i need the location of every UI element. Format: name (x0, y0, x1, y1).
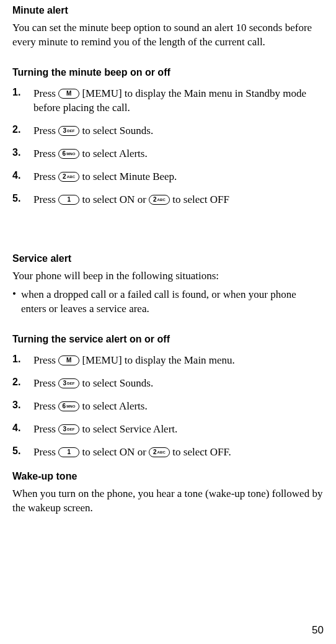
step-text: to select Alerts. (82, 148, 147, 159)
step-item: 4. Press 3DEF to select Service Alert. (12, 423, 324, 437)
key-2-icon: 2ABC (149, 195, 170, 205)
bullet-item: • when a dropped call or a failed call i… (12, 288, 324, 316)
key-main: 2 (153, 197, 157, 203)
step-body: Press 6MNO to select Alerts. (33, 400, 324, 414)
step-text: Press (33, 354, 58, 366)
heading-wake-up-tone: Wake-up tone (12, 471, 324, 482)
bullet-dot-icon: • (12, 288, 21, 316)
key-3-icon: 3DEF (58, 424, 79, 434)
key-main: 6 (63, 151, 66, 157)
key-main: M (66, 357, 71, 364)
step-text: Press (33, 87, 58, 99)
step-text: Press (33, 446, 58, 458)
page: Minute alert You can set the minute beep… (0, 0, 336, 644)
key-3-icon: 3DEF (58, 126, 79, 136)
step-text: Press (33, 125, 58, 136)
step-body: Press 1 to select ON or 2ABC to select O… (33, 193, 324, 207)
step-item: 5. Press 1 to select ON or 2ABC to selec… (12, 445, 324, 460)
key-sub: ABC (157, 450, 166, 454)
heading-minute-beep-toggle: Turning the minute beep on or off (12, 67, 324, 78)
minute-alert-steps: 1. Press M [MEMU] to display the Main me… (12, 87, 324, 207)
key-sub: ABC (67, 175, 76, 179)
step-item: 2. Press 3DEF to select Sounds. (12, 377, 324, 391)
key-1-icon: 1 (58, 447, 79, 457)
step-number: 4. (12, 170, 33, 181)
step-text: Press (33, 194, 58, 205)
step-text: Press (33, 148, 58, 159)
step-number: 3. (12, 400, 33, 411)
step-text: to select Minute Beep. (82, 171, 177, 182)
key-main: 1 (67, 197, 71, 203)
step-body: Press 3DEF to select Sounds. (33, 377, 324, 391)
service-alert-description: Your phone will beep in the following si… (12, 269, 324, 284)
key-sub: MNO (66, 152, 76, 156)
step-text: to select ON or (82, 194, 149, 205)
spacer (12, 216, 324, 253)
minute-alert-description: You can set the minute beep option to so… (12, 21, 324, 50)
step-text: Press (33, 400, 58, 412)
service-alert-steps: 1. Press M [MEMU] to display the Main me… (12, 354, 324, 460)
step-text: to select Sounds. (82, 377, 153, 389)
heading-service-alert-toggle: Turning the service alert on or off (12, 334, 324, 345)
step-text: to select OFF. (172, 446, 231, 458)
step-item: 2. Press 3DEF to select Sounds. (12, 124, 324, 138)
step-item: 3. Press 6MNO to select Alerts. (12, 400, 324, 414)
key-6-icon: 6MNO (58, 401, 79, 411)
step-body: Press M [MEMU] to display the Main menu. (33, 354, 324, 368)
key-main: 6 (63, 403, 66, 409)
key-main: 2 (63, 174, 66, 180)
step-text: to select Service Alert. (82, 423, 177, 435)
key-2-icon: 2ABC (58, 172, 79, 182)
step-text: to select Sounds. (82, 125, 153, 136)
key-6-icon: 6MNO (58, 149, 79, 159)
key-main: 1 (67, 449, 71, 455)
step-text: to select OFF (172, 194, 229, 205)
step-body: Press 1 to select ON or 2ABC to select O… (33, 445, 324, 460)
page-number: 50 (312, 624, 324, 637)
key-main: 2 (153, 449, 157, 455)
step-text: to select ON or (82, 446, 149, 458)
step-number: 1. (12, 354, 33, 365)
step-number: 2. (12, 377, 33, 388)
step-text: to select Alerts. (82, 400, 147, 412)
key-sub: MNO (66, 405, 76, 408)
step-item: 1. Press M [MEMU] to display the Main me… (12, 354, 324, 368)
key-main: 3 (63, 380, 67, 387)
key-main: 3 (63, 128, 67, 134)
wake-up-description: When you turn on the phone, you hear a t… (12, 487, 324, 516)
step-body: Press 2ABC to select Minute Beep. (33, 170, 324, 184)
key-main: 3 (63, 426, 67, 432)
step-text: Press (33, 423, 58, 435)
step-number: 3. (12, 147, 33, 158)
step-item: 1. Press M [MEMU] to display the Main me… (12, 87, 324, 115)
heading-service-alert: Service alert (12, 253, 324, 264)
key-2-icon: 2ABC (149, 447, 170, 457)
heading-minute-alert: Minute alert (12, 5, 324, 16)
step-text: Press (33, 171, 58, 182)
step-body: Press M [MEMU] to display the Main menu … (33, 87, 324, 115)
step-body: Press 3DEF to select Sounds. (33, 124, 324, 138)
bullet-text: when a dropped call or a failed call is … (21, 288, 324, 316)
key-1-icon: 1 (58, 195, 79, 205)
step-number: 5. (12, 445, 33, 457)
key-sub: DEF (67, 427, 75, 431)
step-number: 1. (12, 87, 33, 98)
step-text: Press (33, 377, 58, 389)
step-item: 4. Press 2ABC to select Minute Beep. (12, 170, 324, 184)
step-number: 4. (12, 423, 33, 434)
key-m-icon: M (58, 356, 79, 365)
step-body: Press 6MNO to select Alerts. (33, 147, 324, 161)
key-main: M (66, 91, 71, 97)
key-sub: ABC (157, 198, 166, 202)
step-number: 5. (12, 193, 33, 204)
step-number: 2. (12, 124, 33, 135)
key-3-icon: 3DEF (58, 378, 79, 388)
step-item: 3. Press 6MNO to select Alerts. (12, 147, 324, 161)
key-sub: DEF (67, 382, 75, 385)
key-m-icon: M (58, 89, 79, 99)
step-body: Press 3DEF to select Service Alert. (33, 423, 324, 437)
step-text: [MEMU] to display the Main menu. (82, 354, 234, 366)
step-item: 5. Press 1 to select ON or 2ABC to selec… (12, 193, 324, 207)
key-sub: DEF (67, 129, 75, 133)
